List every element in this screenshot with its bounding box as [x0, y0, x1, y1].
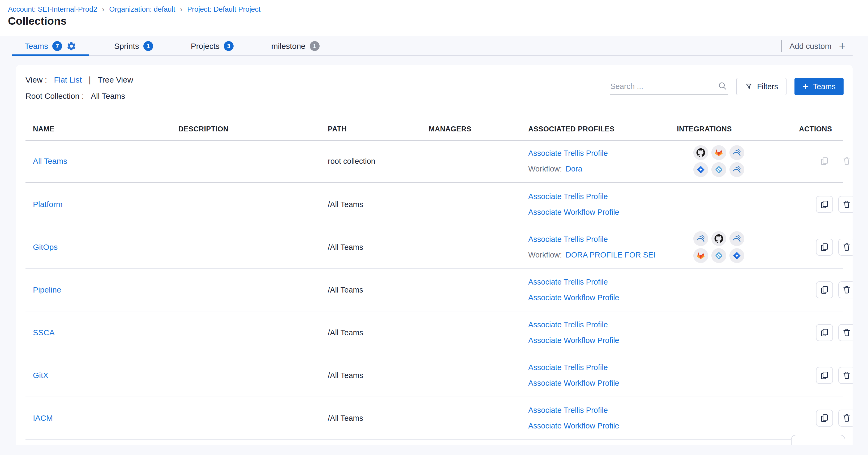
gear-icon[interactable]	[66, 41, 76, 51]
copy-collection-button[interactable]	[816, 281, 833, 298]
plus-icon[interactable]: +	[839, 41, 845, 51]
path-value: /All Teams	[328, 243, 363, 251]
associate-profile-link[interactable]: Associate Trellis Profile	[528, 278, 670, 286]
associate-profile-link[interactable]: Associate Trellis Profile	[528, 363, 670, 372]
breadcrumb-organization-link[interactable]: Organization: default	[109, 5, 175, 13]
collection-name-link[interactable]: Platform	[33, 200, 63, 209]
table-row: Platform/All TeamsAssociate Trellis Prof…	[26, 183, 843, 226]
associated-profiles-cell: Associate Trellis ProfileAssociate Workf…	[521, 321, 670, 345]
collection-name-link[interactable]: GitOps	[33, 243, 58, 251]
column-header-path: PATH	[320, 125, 421, 133]
workflow-label: Workflow:	[528, 164, 562, 173]
copy-collection-button[interactable]	[816, 367, 833, 384]
path-cell: /All Teams	[320, 285, 421, 294]
table-row: SSCA/All TeamsAssociate Trellis ProfileA…	[26, 311, 843, 354]
tree-view-link[interactable]: Tree View	[98, 75, 133, 84]
root-collection: Root Collection : All Teams	[26, 92, 125, 101]
collection-name-link[interactable]: All Teams	[33, 157, 67, 165]
top-header: Account: SEI-Internal-Prod2 › Organizati…	[0, 0, 868, 36]
search-box	[610, 78, 728, 95]
delete-collection-button[interactable]	[838, 281, 852, 298]
associate-profile-link[interactable]: Associate Workflow Profile	[528, 293, 670, 302]
associate-profile-link[interactable]: Associate Workflow Profile	[528, 336, 670, 345]
tab-projects[interactable]: Projects 3	[178, 36, 246, 56]
delete-collection-button[interactable]	[838, 324, 852, 341]
integration-icons	[693, 231, 744, 263]
associated-profiles-cell: Associate Trellis ProfileWorkflow:Dora	[521, 149, 670, 173]
search-input[interactable]	[610, 82, 728, 91]
path-value: /All Teams	[328, 328, 363, 337]
integrations-cell	[670, 231, 792, 263]
delete-collection-button[interactable]	[838, 239, 852, 255]
associate-profile-link[interactable]: Associate Workflow Profile	[528, 422, 670, 430]
copy-collection-button[interactable]	[816, 196, 833, 213]
copy-icon	[820, 156, 829, 166]
path-value: /All Teams	[328, 285, 363, 294]
associate-profile-link[interactable]: Associate Trellis Profile	[528, 235, 670, 244]
view-label: View :	[26, 75, 47, 84]
name-cell: Pipeline	[26, 285, 171, 294]
associate-profile-link[interactable]: Associate Trellis Profile	[528, 192, 670, 201]
associate-profile-link[interactable]: Associate Trellis Profile	[528, 321, 670, 329]
jira-icon	[730, 248, 744, 263]
copy-collection-button	[816, 153, 833, 170]
delete-collection-button[interactable]	[838, 410, 852, 427]
integrations-cell	[670, 145, 792, 177]
name-cell: SSCA	[26, 328, 171, 337]
path-value: /All Teams	[328, 371, 363, 380]
name-cell: IACM	[26, 414, 171, 423]
sonarqube-icon	[730, 145, 744, 160]
table-row: Pipeline/All TeamsAssociate Trellis Prof…	[26, 269, 843, 311]
tab-sprints[interactable]: Sprints 1	[101, 36, 166, 56]
row-actions	[816, 239, 852, 255]
associate-profile-link[interactable]: Associate Trellis Profile	[528, 406, 670, 415]
delete-collection-button[interactable]	[838, 367, 852, 384]
column-header-description: DESCRIPTION	[171, 125, 320, 133]
tab-teams-count-badge: 7	[52, 41, 62, 51]
workflow-profile-link[interactable]: Dora	[566, 164, 582, 173]
filters-button[interactable]: Filters	[736, 78, 786, 95]
associate-profile-link[interactable]: Associate Trellis Profile	[528, 149, 670, 158]
copy-collection-button[interactable]	[816, 239, 833, 255]
add-teams-button-label: Teams	[813, 82, 836, 91]
associated-profiles-cell: Associate Trellis ProfileAssociate Workf…	[521, 363, 670, 388]
trash-icon	[842, 242, 851, 252]
copy-collection-button[interactable]	[816, 410, 833, 427]
collection-name-link[interactable]: Pipeline	[33, 285, 61, 294]
tab-milestone-count-badge: 1	[310, 41, 319, 51]
tab-projects-label: Projects	[191, 42, 219, 51]
collection-name-link[interactable]: GitX	[33, 371, 48, 380]
breadcrumb-project-link[interactable]: Project: Default Project	[187, 5, 260, 13]
tab-projects-count-badge: 3	[224, 41, 234, 51]
breadcrumb-account-link[interactable]: Account: SEI-Internal-Prod2	[8, 5, 97, 13]
sonarqube-icon	[730, 231, 744, 246]
add-custom-button[interactable]: Add custom	[789, 42, 831, 51]
name-cell: Platform	[26, 200, 171, 209]
copy-collection-button[interactable]	[816, 324, 833, 341]
breadcrumb-separator: ›	[102, 5, 104, 13]
add-custom-separator	[781, 40, 782, 52]
add-teams-button[interactable]: + Teams	[795, 78, 844, 95]
view-separator: |	[89, 75, 91, 85]
workflow-profile-link[interactable]: DORA PROFILE FOR SEI	[566, 251, 655, 260]
collection-name-link[interactable]: SSCA	[33, 328, 55, 337]
row-actions	[816, 281, 852, 298]
copy-icon	[820, 371, 829, 380]
delete-collection-button[interactable]	[838, 196, 852, 213]
sonarqube-icon	[730, 162, 744, 177]
path-cell: /All Teams	[320, 200, 421, 209]
tab-milestone[interactable]: milestone 1	[258, 36, 332, 56]
tab-teams[interactable]: Teams 7	[12, 36, 89, 56]
path-cell: /All Teams	[320, 371, 421, 380]
collections-screen: Account: SEI-Internal-Prod2 › Organizati…	[0, 0, 868, 455]
copy-icon	[820, 413, 829, 423]
actions-cell	[792, 239, 852, 255]
workflow-label: Workflow:	[528, 251, 562, 260]
column-header-integrations: INTEGRATIONS	[670, 125, 792, 133]
associate-profile-link[interactable]: Associate Workflow Profile	[528, 379, 670, 388]
flat-list-link[interactable]: Flat List	[54, 75, 82, 84]
collection-name-link[interactable]: IACM	[33, 414, 53, 422]
associate-profile-link[interactable]: Associate Workflow Profile	[528, 208, 670, 217]
actions-cell	[792, 324, 852, 341]
associated-profiles-cell: Associate Trellis ProfileAssociate Workf…	[521, 278, 670, 302]
